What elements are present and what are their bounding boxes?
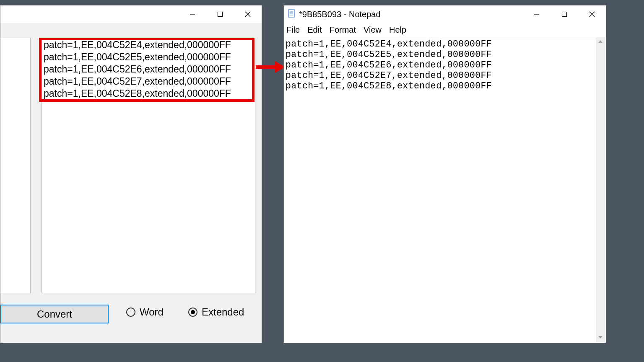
scroll-down-icon[interactable] bbox=[596, 333, 605, 342]
minimize-button[interactable] bbox=[179, 5, 206, 23]
menu-file[interactable]: File bbox=[286, 25, 300, 35]
notepad-scrollbar[interactable] bbox=[596, 37, 605, 342]
converter-client-area: patch=1,EE,004C52E4,extended,000000FF pa… bbox=[0, 23, 262, 343]
radio-word[interactable]: Word bbox=[126, 306, 164, 318]
menu-help[interactable]: Help bbox=[389, 25, 406, 35]
notepad-text-area[interactable]: patch=1,EE,004C52E4,extended,000000FF pa… bbox=[285, 37, 596, 342]
notepad-close-button[interactable] bbox=[578, 11, 606, 17]
notepad-menubar: File Edit Format View Help bbox=[284, 23, 606, 36]
svg-marker-15 bbox=[598, 40, 602, 43]
maximize-button[interactable] bbox=[206, 5, 234, 23]
notepad-titlebar: *9B85B093 - Notepad bbox=[284, 5, 606, 23]
left-side-panel[interactable] bbox=[0, 38, 31, 293]
radio-extended[interactable]: Extended bbox=[188, 306, 244, 318]
notepad-maximize-button[interactable] bbox=[551, 11, 578, 17]
notepad-window: *9B85B093 - Notepad File Edit Format Vie… bbox=[283, 5, 606, 343]
radio-word-label: Word bbox=[140, 306, 164, 318]
notepad-icon bbox=[287, 9, 296, 19]
menu-format[interactable]: Format bbox=[330, 25, 356, 35]
scroll-up-icon[interactable] bbox=[596, 37, 605, 46]
converter-titlebar bbox=[0, 5, 262, 23]
svg-rect-6 bbox=[288, 10, 294, 17]
menu-view[interactable]: View bbox=[364, 25, 382, 35]
converter-window: patch=1,EE,004C52E4,extended,000000FF pa… bbox=[0, 5, 262, 343]
close-button[interactable] bbox=[234, 5, 262, 23]
svg-marker-16 bbox=[598, 336, 602, 339]
notepad-title: *9B85B093 - Notepad bbox=[299, 10, 523, 19]
radio-extended-label: Extended bbox=[202, 306, 244, 318]
menu-edit[interactable]: Edit bbox=[307, 25, 322, 35]
output-textbox[interactable]: patch=1,EE,004C52E4,extended,000000FF pa… bbox=[42, 38, 255, 293]
svg-rect-12 bbox=[562, 12, 567, 17]
svg-rect-1 bbox=[218, 12, 223, 17]
radio-extended-indicator bbox=[188, 308, 197, 317]
radio-word-indicator bbox=[126, 308, 135, 317]
convert-button[interactable]: Convert bbox=[0, 305, 109, 323]
notepad-minimize-button[interactable] bbox=[523, 11, 551, 17]
